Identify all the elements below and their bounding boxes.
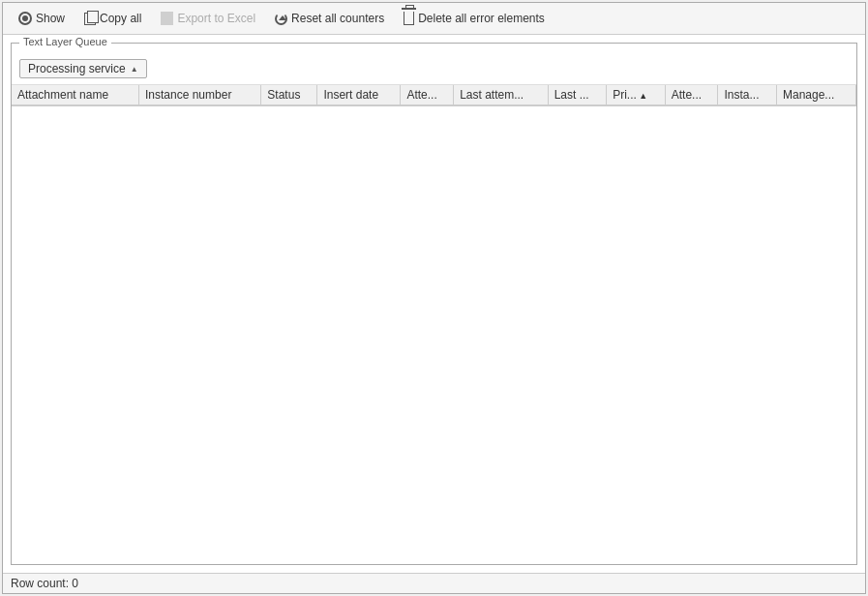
delete-icon [404, 12, 414, 25]
table-header-row: Attachment name Instance number Status I… [12, 85, 856, 105]
col-attachment-name[interactable]: Attachment name [12, 85, 139, 105]
col-insert-date[interactable]: Insert date [317, 85, 401, 105]
processing-service-dropdown[interactable]: Processing service ▲ [19, 59, 147, 78]
col-instance-number[interactable]: Instance number [139, 85, 261, 105]
reset-label: Reset all counters [291, 12, 384, 25]
excel-icon [161, 12, 173, 25]
toolbar: Show Copy all Export to Excel Reset all … [3, 3, 865, 35]
export-to-excel-button[interactable]: Export to Excel [153, 8, 263, 29]
col-attempts[interactable]: Atte... [401, 85, 454, 105]
show-button[interactable]: Show [11, 8, 73, 29]
group-box-title: Text Layer Queue [19, 36, 111, 47]
show-label: Show [36, 12, 65, 25]
col-attempts2[interactable]: Atte... [665, 85, 718, 105]
content-area: Text Layer Queue Processing service ▲ At… [3, 35, 865, 573]
col-last-attempt[interactable]: Last attem... [454, 85, 549, 105]
status-bar: Row count: 0 [3, 573, 865, 593]
data-table: Attachment name Instance number Status I… [12, 85, 856, 106]
chevron-down-icon: ▲ [131, 65, 138, 74]
delete-error-elements-button[interactable]: Delete all error elements [396, 8, 553, 29]
processing-service-label: Processing service [28, 62, 126, 75]
copy-all-button[interactable]: Copy all [76, 8, 149, 29]
col-last[interactable]: Last ... [548, 85, 607, 105]
table-container[interactable]: Attachment name Instance number Status I… [12, 85, 856, 564]
reset-icon [275, 13, 287, 25]
show-icon [18, 12, 32, 25]
reset-counters-button[interactable]: Reset all counters [267, 8, 392, 29]
row-count: Row count: 0 [11, 577, 78, 590]
col-instance2[interactable]: Insta... [718, 85, 777, 105]
col-priority[interactable]: Pri... [607, 85, 666, 105]
main-window: Show Copy all Export to Excel Reset all … [2, 2, 866, 594]
col-manage[interactable]: Manage... [776, 85, 855, 105]
export-label: Export to Excel [177, 12, 255, 25]
filter-bar: Processing service ▲ [12, 53, 856, 85]
col-status[interactable]: Status [261, 85, 317, 105]
copy-icon [84, 13, 96, 25]
delete-label: Delete all error elements [418, 12, 545, 25]
text-layer-queue-group: Text Layer Queue Processing service ▲ At… [11, 43, 857, 565]
copy-label: Copy all [100, 12, 141, 25]
